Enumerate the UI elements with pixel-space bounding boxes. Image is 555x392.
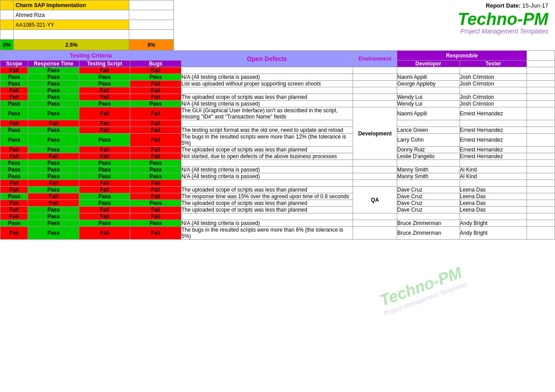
- row16-tester: [460, 180, 527, 187]
- row4-bugs: Fail: [130, 87, 181, 94]
- watermark: Techno-PM Project Management Templates: [376, 263, 468, 317]
- row21-bugs: Fail: [130, 213, 181, 220]
- row15-response: Pass: [28, 173, 79, 180]
- row18-tester: Leena Das: [460, 193, 527, 200]
- row16-defect: [181, 180, 353, 187]
- row17-bugs: Fail: [130, 187, 181, 193]
- row11-defect: The uploaded scope of scripts was less t…: [181, 147, 353, 153]
- row19-response: Fail: [28, 200, 79, 207]
- row18-scope: Pass: [0, 193, 28, 200]
- row22-defect: N/A (All testing criteria is passed): [181, 220, 353, 227]
- row20-response: Pass: [28, 207, 79, 213]
- row20-defect: The uploaded scope of scripts was less t…: [181, 207, 353, 213]
- row21-tester: [460, 213, 527, 220]
- criteria-header: Testing Criteria: [0, 51, 181, 61]
- bugs-col-header: Bugs: [130, 61, 181, 67]
- pct-0: 0%: [0, 40, 14, 50]
- row3-tester: Josh Crimston: [460, 81, 527, 87]
- row18-developer: Dave Cruz: [397, 193, 460, 200]
- manager-name: Ahmed Riza: [13, 10, 129, 20]
- row7-developer: Naomi Appili: [397, 107, 460, 120]
- row5-scope: Fail: [0, 94, 28, 101]
- row23-defect: The bugs in the resulted scripts were mo…: [181, 227, 353, 240]
- row19-tester: Leena Das: [460, 200, 527, 207]
- row12-script: Fail: [79, 153, 130, 160]
- row22-developer: Bruce Zimmerman: [397, 220, 460, 227]
- row5-bugs: Fail: [130, 94, 181, 101]
- row20-tester: Leena Das: [460, 207, 527, 213]
- row4-response: Pass: [28, 87, 79, 94]
- row3-env: [353, 81, 397, 87]
- defects-header: Open Defects: [181, 51, 353, 67]
- row7-bugs: Fail: [130, 107, 181, 120]
- row1-bugs: Fail: [130, 67, 181, 74]
- project-title: Charm SAP Implementation: [13, 0, 129, 10]
- row23-script: Fail: [79, 227, 130, 240]
- row14-tester: Al Kind: [460, 167, 527, 173]
- row17-defect: The uploaded scope of scripts was less t…: [181, 187, 353, 193]
- row2-response: Pass: [28, 74, 79, 81]
- row14-env: [353, 167, 397, 173]
- row10-scope: Pass: [0, 134, 28, 147]
- row8-response: Fail: [28, 120, 79, 127]
- row23-bugs: Fail: [130, 227, 181, 240]
- row4-scope: Fail: [0, 87, 28, 94]
- row7-defect: The GUI (Graphical User Interface) isn't…: [181, 107, 353, 120]
- row21-script: Fail: [79, 213, 130, 220]
- row3-scope: Pass: [0, 81, 28, 87]
- row14-response: Pass: [28, 167, 79, 173]
- row12-developer: Leslie D'angelis: [397, 153, 460, 160]
- row22-scope: Pass: [0, 220, 28, 227]
- row22-env: [353, 220, 397, 227]
- row17-developer: Dave Cruz: [397, 187, 460, 193]
- row13-bugs: Pass: [130, 160, 181, 167]
- row4-developer: [397, 87, 460, 94]
- row23-response: Pass: [28, 227, 79, 240]
- row17-response: Pass: [28, 187, 79, 193]
- row5-developer: Wendy Lui: [397, 94, 460, 101]
- row14-script: Pass: [79, 167, 130, 173]
- row11-scope: Fail: [0, 147, 28, 153]
- row21-defect: [181, 213, 353, 220]
- pct-25: 2.5%: [13, 40, 129, 50]
- row16-bugs: Fail: [130, 180, 181, 187]
- row10-tester: Ernest Hernandez: [460, 134, 527, 147]
- row16-response: Fail: [28, 180, 79, 187]
- row13-defect: [181, 160, 353, 167]
- row8-scope: Fail: [0, 120, 28, 127]
- row9-tester: Ernest Hernandez: [460, 127, 527, 134]
- row14-defect: N/A (All testing criteria is passed): [181, 167, 353, 173]
- row17-scope: Fail: [0, 187, 28, 193]
- row10-bugs: Fail: [130, 134, 181, 147]
- report-date: Report Date: 15-Jun-17: [486, 2, 548, 9]
- row4-env: [353, 87, 397, 94]
- env-header: Environment: [353, 51, 397, 67]
- row19-bugs: Pass: [130, 200, 181, 207]
- developer-col-header: Developer: [397, 61, 460, 67]
- row4-script: Fail: [79, 87, 130, 94]
- row15-developer: Manny Smith: [397, 173, 460, 180]
- row3-response: Pass: [28, 81, 79, 87]
- row7-scope: Pass: [0, 107, 28, 120]
- row9-script: Fail: [79, 127, 130, 134]
- row12-scope: Fail: [0, 153, 28, 160]
- row13-tester: [460, 160, 527, 167]
- top-left: Charm SAP Implementation Ahmed Riza AA10…: [0, 0, 174, 50]
- row21-env: [353, 213, 397, 220]
- row21-response: Pass: [28, 213, 79, 220]
- row18-response: Fail: [28, 193, 79, 200]
- row23-env: [353, 227, 397, 240]
- row20-scope: Fail: [0, 207, 28, 213]
- row7-response: Pass: [28, 107, 79, 120]
- row10-response: Pass: [28, 134, 79, 147]
- row6-bugs: Pass: [130, 101, 181, 107]
- row15-script: Pass: [79, 173, 130, 180]
- project-id: AA1085-321-YY: [13, 20, 129, 30]
- row13-scope: Pass: [0, 160, 28, 167]
- tester-col-header: Tester: [460, 61, 527, 67]
- row21-scope: Fail: [0, 213, 28, 220]
- row1-defect: [181, 67, 353, 74]
- row10-script: Pass: [79, 134, 130, 147]
- row13-developer: [397, 160, 460, 167]
- response-col-header: Response Time: [28, 61, 79, 67]
